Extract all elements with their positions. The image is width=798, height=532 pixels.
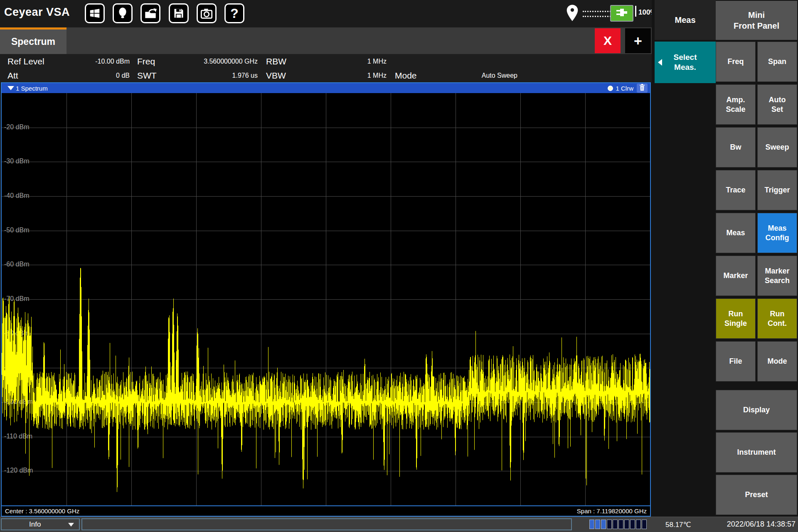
softkey-panel: Meas Select Meas. Mini Front Panel FreqS… [652,0,798,517]
progress-segment [636,520,641,529]
backlight-button[interactable] [113,3,133,23]
mini-front-panel-header: Mini Front Panel [716,1,797,40]
progress-segment [589,520,594,529]
save-button[interactable] [169,3,189,23]
location-pin-icon [565,4,579,23]
setting-value-freq[interactable]: 3.560000000 GHz [179,58,258,65]
softkey-meas[interactable]: Meas [716,213,756,253]
progress-segment [630,520,635,529]
app-screen: Ceyear VSA ? [0,0,798,532]
status-bar: Info 58.17℃ 2022/06/18 14:38:57 [0,517,798,532]
setting-value-mode[interactable]: Auto Sweep [436,72,517,79]
setting-value-rbw[interactable]: 1 MHz [308,58,387,65]
setting-value-vbw[interactable]: 1 MHz [308,72,387,79]
progress-segment [601,520,606,529]
setting-label-ref-level: Ref Level [7,57,44,66]
progress-segment [607,520,612,529]
softkey-bw[interactable]: Bw [716,127,756,167]
help-icon: ? [230,6,239,21]
trace-legend-label: 1 Clrw [616,85,633,92]
select-meas-label: Select Meas. [674,52,697,72]
softkey-auto-set[interactable]: Auto Set [757,84,797,125]
help-button[interactable]: ? [224,3,244,23]
progress-segments [589,520,648,529]
windows-icon [89,7,101,20]
trash-icon [639,84,645,92]
open-file-icon [144,7,157,20]
top-bar: Ceyear VSA ? [0,0,652,27]
spectrum-window-titlebar: 1 Spectrum 1 Clrw [2,83,650,93]
windows-menu-button[interactable] [85,3,105,23]
screenshot-button[interactable] [197,3,217,23]
save-icon [173,7,185,19]
softkey-mode[interactable]: Mode [757,341,797,382]
temperature-readout: 58.17℃ [665,520,691,529]
spectrum-plot-area[interactable]: -20 dBm-30 dBm-40 dBm-50 dBm-60 dBm-70 d… [2,93,650,505]
setting-value-swt[interactable]: 1.976 us [179,72,258,79]
setting-label-swt: SWT [137,71,157,81]
softkey-amp-scale[interactable]: Amp. Scale [716,84,756,125]
spectrum-trace [2,93,650,505]
close-tab-button[interactable]: X [595,28,621,53]
app-title: Ceyear VSA [4,6,70,19]
progress-segment [624,520,629,529]
battery-divider [635,6,636,17]
spectrum-window-title: 1 Spectrum [16,85,48,92]
softkey-display[interactable]: Display [716,390,797,430]
trace-dot-icon [608,86,613,91]
softkey-instrument[interactable]: Instrument [716,432,797,473]
tab-bar: Spectrum X + [0,27,652,54]
softkey-marker-search[interactable]: Marker Search [757,256,797,296]
select-meas-button[interactable]: Select Meas. [655,42,716,83]
softkey-meas-config[interactable]: Meas Config [757,213,797,253]
bulb-icon [117,7,128,20]
camera-icon [200,7,213,19]
progress-segment [642,520,647,529]
softkey-trigger[interactable]: Trigger [757,170,797,210]
setting-label-freq: Freq [137,57,155,66]
softkey-trace[interactable]: Trace [716,170,756,210]
meas-menu-header: Meas [655,0,716,40]
progress-segment [613,520,618,529]
tab-spectrum[interactable]: Spectrum [0,27,66,54]
collapse-triangle-icon[interactable] [7,86,14,90]
trace-legend: 1 Clrw [608,83,633,93]
center-frequency-label: Center : 3.560000000 GHz [5,507,79,515]
spectrum-window-footer: Center : 3.560000000 GHz Span : 7.119820… [2,505,650,516]
dropdown-arrow-icon [68,523,74,527]
softkey-sweep[interactable]: Sweep [757,127,797,167]
softkey-preset[interactable]: Preset [716,475,797,515]
power-status [610,5,633,22]
setting-value-ref-level[interactable]: -10.00 dBm [49,58,130,65]
settings-summary: Ref Level-10.00 dBmFreq3.560000000 GHzRB… [0,54,652,82]
progress-segment [618,520,623,529]
info-dropdown[interactable]: Info [1,518,80,530]
setting-value-att[interactable]: 0 dB [49,72,130,79]
select-meas-arrow-icon [658,59,662,66]
span-label: Span : 7.119820000 GHz [577,507,647,515]
setting-label-vbw: VBW [266,71,286,81]
softkey-marker[interactable]: Marker [716,256,756,296]
setting-label-rbw: RBW [266,57,286,66]
delete-trace-button[interactable] [637,84,648,93]
battery-plug-icon [615,7,629,20]
info-dropdown-label: Info [29,520,41,529]
progress-segment [595,520,600,529]
datetime-readout: 2022/06/18 14:38:57 [727,520,796,529]
softkey-run-cont[interactable]: Run Cont. [757,298,797,339]
status-message-box [81,518,572,530]
open-file-button[interactable] [140,3,160,23]
setting-label-mode: Mode [395,71,417,81]
add-tab-button[interactable]: + [625,28,651,53]
softkey-file[interactable]: File [716,341,756,382]
softkey-freq[interactable]: Freq [716,42,756,82]
softkey-span[interactable]: Span [757,42,797,82]
spectrum-window: 1 Spectrum 1 Clrw -20 dBm-30 dBm-40 dBm-… [1,82,651,517]
setting-label-att: Att [7,71,18,81]
softkey-run-single[interactable]: Run Single [716,298,756,339]
